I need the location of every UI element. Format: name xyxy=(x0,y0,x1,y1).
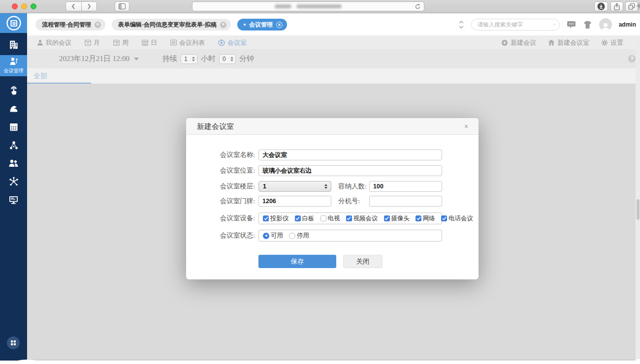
tab-close-icon[interactable]: × xyxy=(95,22,101,28)
sidebar-item-org-structure[interactable] xyxy=(0,137,27,153)
browser-downloads-button[interactable] xyxy=(594,1,608,11)
browser-back-button[interactable] xyxy=(65,1,82,11)
sidebar-item-touch[interactable] xyxy=(0,82,27,99)
tab-close-icon[interactable]: × xyxy=(276,22,283,28)
equipment-label: 白板 xyxy=(302,214,315,223)
user-avatar[interactable] xyxy=(599,18,612,31)
date-dropdown-caret-icon[interactable] xyxy=(134,58,139,61)
room-location-input[interactable] xyxy=(258,165,442,176)
equipment-phone-conference[interactable]: 电话会议 xyxy=(441,214,473,223)
message-icon[interactable] xyxy=(567,21,576,29)
apps-menu-button[interactable] xyxy=(7,336,20,349)
status-disabled[interactable]: 停用 xyxy=(289,232,309,240)
help-button[interactable]: ? xyxy=(628,55,636,62)
date-duration-bar: 2023年12月21日 12:00 持续 1 小时 0 分钟 ? xyxy=(27,49,640,68)
close-button[interactable]: 关闭 xyxy=(343,255,383,268)
active-dot-icon xyxy=(244,24,246,26)
checkbox-checked-icon[interactable] xyxy=(263,215,269,221)
equipment-whiteboard[interactable]: 白板 xyxy=(295,214,315,223)
person-small-icon xyxy=(37,39,43,46)
toolbar-meeting-rooms[interactable]: 会议室 xyxy=(218,38,247,47)
window-close-button[interactable] xyxy=(12,3,18,9)
window-zoom-button[interactable] xyxy=(31,3,36,9)
room-name-input[interactable] xyxy=(258,150,442,160)
window-minimize-button[interactable] xyxy=(21,3,27,9)
sidebar-item-strength[interactable] xyxy=(0,100,27,117)
selected-date[interactable]: 2023年12月21日 12:00 xyxy=(59,54,129,63)
sidebar-item-meeting-management[interactable]: 会议管理 xyxy=(0,55,27,76)
minutes-stepper[interactable]: 0 xyxy=(219,54,236,64)
stepper-arrows-icon[interactable] xyxy=(192,57,197,61)
tab-process-management[interactable]: 流程管理-合同管理 × xyxy=(35,19,105,30)
checkbox-checked-icon[interactable] xyxy=(416,215,421,221)
equipment-projector[interactable]: 投影仪 xyxy=(263,214,289,223)
toolbar-label: 周 xyxy=(122,38,128,47)
tab-close-icon[interactable]: × xyxy=(220,22,226,28)
sidebar-item-monitor[interactable] xyxy=(0,191,27,208)
vertical-scrollbar[interactable] xyxy=(636,36,640,359)
sidebar-item-network[interactable] xyxy=(0,173,27,190)
sidebar-item-contacts[interactable] xyxy=(0,155,27,172)
room-equipment-label: 会议室设备: xyxy=(186,212,255,224)
toolbar-week-view[interactable]: 周 xyxy=(113,38,128,47)
equipment-network[interactable]: 网络 xyxy=(416,214,435,223)
tabs-icon xyxy=(628,3,635,10)
equipment-video-conference[interactable]: 视频会议 xyxy=(346,214,378,223)
tab-meeting-management[interactable]: 会议管理 × xyxy=(237,19,287,30)
toolbar-new-meeting[interactable]: 新建会议 xyxy=(501,38,536,47)
browser-titlebar xyxy=(0,0,640,13)
checkbox-checked-icon[interactable] xyxy=(346,215,352,221)
toolbar-settings[interactable]: 设置 xyxy=(601,38,623,47)
status-available[interactable]: 可用 xyxy=(263,232,283,240)
room-extension-input[interactable] xyxy=(369,196,442,207)
sidebar-item-office[interactable] xyxy=(0,37,27,53)
radio-unselected-icon[interactable] xyxy=(289,233,295,239)
redacted-security-text xyxy=(275,4,291,8)
toolbar-new-meeting-room[interactable]: 新建会议室 xyxy=(548,38,589,47)
address-bar[interactable] xyxy=(192,1,424,11)
toolbar-left: 我的会议 月 周 日 会议列表 会议室 xyxy=(37,36,247,49)
room-door-input[interactable] xyxy=(258,196,331,207)
room-floor-select[interactable]: 1 xyxy=(258,181,331,192)
toolbar-label: 日 xyxy=(151,38,157,47)
checkbox-checked-icon[interactable] xyxy=(295,215,301,221)
scrollbar-thumb[interactable] xyxy=(637,199,640,220)
hours-stepper[interactable]: 1 xyxy=(181,54,197,64)
browser-sidebar-toggle-button[interactable] xyxy=(115,1,129,11)
toolbar-label: 设置 xyxy=(610,38,623,47)
radio-selected-icon[interactable] xyxy=(263,233,269,239)
equipment-tv[interactable]: 电视 xyxy=(320,214,340,223)
app-logo[interactable] xyxy=(0,13,27,33)
chevron-left-icon xyxy=(71,3,75,9)
room-location-label: 会议室位置: xyxy=(186,165,255,176)
sidebar-item-calendar[interactable] xyxy=(0,119,27,135)
tab-label: 表单编辑-合同信息变更审批表单-拟稿 xyxy=(118,21,217,29)
browser-forward-button[interactable] xyxy=(82,1,97,11)
filter-tab-all[interactable]: 全部 xyxy=(33,72,47,81)
dialog-close-icon[interactable]: × xyxy=(462,122,471,131)
stepper-arrows-icon[interactable] xyxy=(230,57,235,61)
tab-form-editor[interactable]: 表单编辑-合同信息变更审批表单-拟稿 × xyxy=(112,19,231,30)
theme-shirt-icon[interactable] xyxy=(583,21,592,29)
toolbar-day-view[interactable]: 日 xyxy=(142,38,157,47)
save-button[interactable]: 保存 xyxy=(258,255,336,268)
checkbox-unchecked-icon[interactable] xyxy=(320,215,326,221)
room-capacity-input[interactable] xyxy=(369,181,442,192)
reload-button[interactable] xyxy=(415,3,421,10)
equipment-label: 摄像头 xyxy=(391,214,410,223)
checkbox-checked-icon[interactable] xyxy=(441,215,447,221)
search-input[interactable] xyxy=(478,22,553,28)
toolbar-month-view[interactable]: 月 xyxy=(85,38,100,47)
meeting-person-icon xyxy=(9,57,19,66)
search-icon[interactable] xyxy=(553,21,555,28)
toolbar-meeting-list[interactable]: 会议列表 xyxy=(170,38,205,47)
new-tab-button[interactable] xyxy=(636,2,640,9)
browser-share-button[interactable] xyxy=(610,1,623,11)
bottom-edge xyxy=(0,361,640,364)
equipment-camera[interactable]: 摄像头 xyxy=(384,214,410,223)
header-right-cluster: admin xyxy=(458,13,636,36)
toolbar-my-meetings[interactable]: 我的会议 xyxy=(37,38,71,47)
checkbox-checked-icon[interactable] xyxy=(384,215,390,221)
collapse-chevrons-icon[interactable] xyxy=(458,20,464,30)
dialog-header[interactable]: 新建会议室 × xyxy=(186,118,479,135)
